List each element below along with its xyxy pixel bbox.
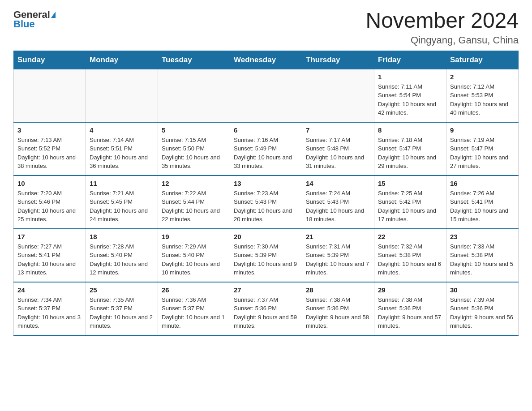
- calendar-cell: 2Sunrise: 7:12 AM Sunset: 5:53 PM Daylig…: [446, 69, 519, 122]
- calendar-cell: 25Sunrise: 7:35 AM Sunset: 5:37 PM Dayli…: [86, 282, 158, 335]
- day-number: 4: [90, 126, 154, 134]
- day-number: 21: [306, 233, 370, 240]
- calendar-cell: 23Sunrise: 7:33 AM Sunset: 5:38 PM Dayli…: [446, 229, 519, 282]
- day-number: 20: [234, 233, 298, 240]
- calendar-cell: 9Sunrise: 7:19 AM Sunset: 5:47 PM Daylig…: [446, 122, 519, 176]
- day-info: Sunrise: 7:15 AM Sunset: 5:50 PM Dayligh…: [162, 136, 226, 171]
- calendar-cell: 27Sunrise: 7:37 AM Sunset: 5:36 PM Dayli…: [230, 282, 302, 335]
- day-number: 23: [450, 233, 515, 240]
- calendar-cell: 18Sunrise: 7:28 AM Sunset: 5:40 PM Dayli…: [86, 229, 158, 282]
- day-info: Sunrise: 7:14 AM Sunset: 5:51 PM Dayligh…: [90, 136, 154, 171]
- calendar-cell: 19Sunrise: 7:29 AM Sunset: 5:40 PM Dayli…: [158, 229, 230, 282]
- day-info: Sunrise: 7:28 AM Sunset: 5:40 PM Dayligh…: [90, 242, 154, 277]
- day-number: 27: [234, 286, 298, 294]
- day-number: 25: [90, 286, 154, 294]
- day-info: Sunrise: 7:38 AM Sunset: 5:36 PM Dayligh…: [306, 295, 370, 330]
- calendar-title: November 2024: [365, 9, 519, 33]
- calendar-cell: 20Sunrise: 7:30 AM Sunset: 5:39 PM Dayli…: [230, 229, 302, 282]
- calendar-cell: 11Sunrise: 7:21 AM Sunset: 5:45 PM Dayli…: [86, 176, 158, 229]
- day-number: 3: [17, 126, 82, 134]
- header-cell-tuesday: Tuesday: [158, 51, 230, 69]
- day-number: 7: [306, 126, 370, 134]
- calendar-cell: 6Sunrise: 7:16 AM Sunset: 5:49 PM Daylig…: [230, 122, 302, 176]
- day-info: Sunrise: 7:18 AM Sunset: 5:47 PM Dayligh…: [378, 136, 442, 171]
- day-info: Sunrise: 7:13 AM Sunset: 5:52 PM Dayligh…: [17, 136, 82, 171]
- day-number: 16: [450, 180, 515, 187]
- calendar-cell: 28Sunrise: 7:38 AM Sunset: 5:36 PM Dayli…: [302, 282, 374, 335]
- logo: General Blue: [13, 9, 56, 30]
- calendar-cell: 7Sunrise: 7:17 AM Sunset: 5:48 PM Daylig…: [302, 122, 374, 176]
- calendar-cell: 29Sunrise: 7:38 AM Sunset: 5:36 PM Dayli…: [374, 282, 446, 335]
- day-info: Sunrise: 7:24 AM Sunset: 5:43 PM Dayligh…: [306, 189, 370, 224]
- calendar-cell: 13Sunrise: 7:23 AM Sunset: 5:43 PM Dayli…: [230, 176, 302, 229]
- calendar-cell: 14Sunrise: 7:24 AM Sunset: 5:43 PM Dayli…: [302, 176, 374, 229]
- day-number: 15: [378, 180, 442, 187]
- day-info: Sunrise: 7:27 AM Sunset: 5:41 PM Dayligh…: [17, 242, 82, 277]
- day-info: Sunrise: 7:35 AM Sunset: 5:37 PM Dayligh…: [90, 295, 154, 330]
- day-info: Sunrise: 7:31 AM Sunset: 5:39 PM Dayligh…: [306, 242, 370, 277]
- calendar-cell: 21Sunrise: 7:31 AM Sunset: 5:39 PM Dayli…: [302, 229, 374, 282]
- day-number: 8: [378, 126, 442, 134]
- day-number: 29: [378, 286, 442, 294]
- day-info: Sunrise: 7:21 AM Sunset: 5:45 PM Dayligh…: [90, 189, 154, 224]
- calendar-cell: 8Sunrise: 7:18 AM Sunset: 5:47 PM Daylig…: [374, 122, 446, 176]
- header-cell-monday: Monday: [86, 51, 158, 69]
- day-info: Sunrise: 7:20 AM Sunset: 5:46 PM Dayligh…: [17, 189, 82, 224]
- day-info: Sunrise: 7:34 AM Sunset: 5:37 PM Dayligh…: [17, 295, 82, 330]
- calendar-cell: 3Sunrise: 7:13 AM Sunset: 5:52 PM Daylig…: [14, 122, 86, 176]
- calendar-cell: 1Sunrise: 7:11 AM Sunset: 5:54 PM Daylig…: [374, 69, 446, 122]
- title-block: November 2024 Qingyang, Gansu, China: [365, 9, 519, 46]
- day-number: 10: [17, 180, 82, 187]
- calendar-cell: [230, 69, 302, 122]
- calendar-week-3: 10Sunrise: 7:20 AM Sunset: 5:46 PM Dayli…: [14, 176, 519, 229]
- day-info: Sunrise: 7:25 AM Sunset: 5:42 PM Dayligh…: [378, 189, 442, 224]
- logo-triangle-icon: [51, 12, 56, 18]
- header-cell-thursday: Thursday: [302, 51, 374, 69]
- day-info: Sunrise: 7:37 AM Sunset: 5:36 PM Dayligh…: [234, 295, 298, 330]
- header-row: SundayMondayTuesdayWednesdayThursdayFrid…: [14, 51, 519, 69]
- day-number: 9: [450, 126, 515, 134]
- calendar-cell: [14, 69, 86, 122]
- day-number: 17: [17, 233, 82, 240]
- day-info: Sunrise: 7:22 AM Sunset: 5:44 PM Dayligh…: [162, 189, 226, 224]
- day-info: Sunrise: 7:30 AM Sunset: 5:39 PM Dayligh…: [234, 242, 298, 277]
- day-info: Sunrise: 7:33 AM Sunset: 5:38 PM Dayligh…: [450, 242, 515, 277]
- calendar-cell: 12Sunrise: 7:22 AM Sunset: 5:44 PM Dayli…: [158, 176, 230, 229]
- day-number: 12: [162, 180, 226, 187]
- header-cell-saturday: Saturday: [446, 51, 519, 69]
- calendar-cell: [302, 69, 374, 122]
- day-info: Sunrise: 7:39 AM Sunset: 5:36 PM Dayligh…: [450, 295, 515, 330]
- calendar-table: SundayMondayTuesdayWednesdayThursdayFrid…: [13, 51, 519, 336]
- day-number: 13: [234, 180, 298, 187]
- calendar-cell: [158, 69, 230, 122]
- calendar-cell: 24Sunrise: 7:34 AM Sunset: 5:37 PM Dayli…: [14, 282, 86, 335]
- day-number: 6: [234, 126, 298, 134]
- calendar-cell: 22Sunrise: 7:32 AM Sunset: 5:38 PM Dayli…: [374, 229, 446, 282]
- calendar-subtitle: Qingyang, Gansu, China: [365, 34, 519, 46]
- page-header: General Blue November 2024 Qingyang, Gan…: [13, 9, 519, 46]
- day-info: Sunrise: 7:11 AM Sunset: 5:54 PM Dayligh…: [378, 82, 442, 117]
- calendar-cell: 5Sunrise: 7:15 AM Sunset: 5:50 PM Daylig…: [158, 122, 230, 176]
- calendar-week-4: 17Sunrise: 7:27 AM Sunset: 5:41 PM Dayli…: [14, 229, 519, 282]
- day-number: 30: [450, 286, 515, 294]
- header-cell-wednesday: Wednesday: [230, 51, 302, 69]
- header-cell-sunday: Sunday: [14, 51, 86, 69]
- day-info: Sunrise: 7:19 AM Sunset: 5:47 PM Dayligh…: [450, 136, 515, 171]
- day-number: 11: [90, 180, 154, 187]
- day-info: Sunrise: 7:16 AM Sunset: 5:49 PM Dayligh…: [234, 136, 298, 171]
- day-info: Sunrise: 7:36 AM Sunset: 5:37 PM Dayligh…: [162, 295, 226, 330]
- day-info: Sunrise: 7:32 AM Sunset: 5:38 PM Dayligh…: [378, 242, 442, 277]
- calendar-cell: 16Sunrise: 7:26 AM Sunset: 5:41 PM Dayli…: [446, 176, 519, 229]
- day-info: Sunrise: 7:29 AM Sunset: 5:40 PM Dayligh…: [162, 242, 226, 277]
- day-number: 2: [450, 73, 515, 81]
- calendar-header: SundayMondayTuesdayWednesdayThursdayFrid…: [14, 51, 519, 69]
- calendar-cell: 30Sunrise: 7:39 AM Sunset: 5:36 PM Dayli…: [446, 282, 519, 335]
- day-number: 26: [162, 286, 226, 294]
- header-cell-friday: Friday: [374, 51, 446, 69]
- day-info: Sunrise: 7:12 AM Sunset: 5:53 PM Dayligh…: [450, 82, 515, 117]
- calendar-cell: 17Sunrise: 7:27 AM Sunset: 5:41 PM Dayli…: [14, 229, 86, 282]
- day-number: 18: [90, 233, 154, 240]
- day-info: Sunrise: 7:23 AM Sunset: 5:43 PM Dayligh…: [234, 189, 298, 224]
- calendar-week-2: 3Sunrise: 7:13 AM Sunset: 5:52 PM Daylig…: [14, 122, 519, 176]
- day-number: 28: [306, 286, 370, 294]
